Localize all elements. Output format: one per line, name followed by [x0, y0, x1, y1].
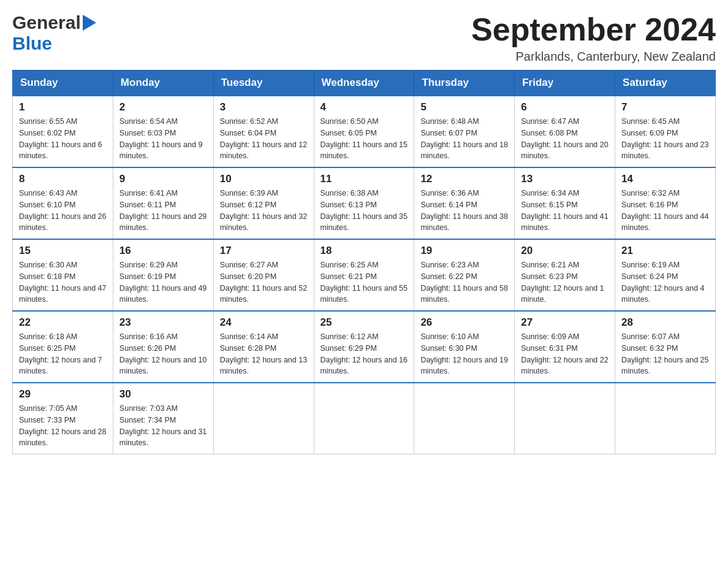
day-info: Sunrise: 6:09 AMSunset: 6:31 PMDaylight:… [521, 332, 608, 375]
weekday-header-friday: Friday [515, 71, 615, 96]
calendar-day-cell: 5 Sunrise: 6:48 AMSunset: 6:07 PMDayligh… [414, 96, 515, 167]
day-info: Sunrise: 6:25 AMSunset: 6:21 PMDaylight:… [320, 261, 408, 304]
calendar-day-cell: 27 Sunrise: 6:09 AMSunset: 6:31 PMDaylig… [515, 311, 615, 383]
weekday-header-monday: Monday [113, 71, 213, 96]
calendar-day-cell: 24 Sunrise: 6:14 AMSunset: 6:28 PMDaylig… [213, 311, 314, 383]
calendar-day-cell: 25 Sunrise: 6:12 AMSunset: 6:29 PMDaylig… [314, 311, 414, 383]
page-header: General Blue September 2024 Parklands, C… [12, 12, 716, 64]
day-number: 7 [621, 101, 709, 113]
calendar-day-cell: 30 Sunrise: 7:03 AMSunset: 7:34 PMDaylig… [113, 383, 213, 454]
day-number: 13 [521, 173, 609, 185]
weekday-header-wednesday: Wednesday [314, 71, 414, 96]
day-info: Sunrise: 6:27 AMSunset: 6:20 PMDaylight:… [220, 261, 307, 304]
day-number: 19 [420, 245, 508, 257]
calendar-day-cell: 12 Sunrise: 6:36 AMSunset: 6:14 PMDaylig… [414, 167, 515, 239]
calendar-day-cell: 28 Sunrise: 6:07 AMSunset: 6:32 PMDaylig… [615, 311, 716, 383]
day-number: 29 [19, 388, 107, 400]
day-number: 20 [521, 245, 609, 257]
calendar-empty-cell [314, 383, 414, 454]
calendar-week-row: 22 Sunrise: 6:18 AMSunset: 6:25 PMDaylig… [13, 311, 716, 383]
day-number: 23 [119, 316, 207, 329]
calendar-day-cell: 8 Sunrise: 6:43 AMSunset: 6:10 PMDayligh… [13, 167, 113, 239]
day-info: Sunrise: 6:54 AMSunset: 6:03 PMDaylight:… [119, 117, 203, 160]
day-number: 2 [119, 101, 207, 113]
day-number: 11 [320, 173, 408, 185]
day-info: Sunrise: 6:34 AMSunset: 6:15 PMDaylight:… [521, 189, 608, 232]
day-info: Sunrise: 6:32 AMSunset: 6:16 PMDaylight:… [621, 189, 708, 232]
day-info: Sunrise: 6:41 AMSunset: 6:11 PMDaylight:… [119, 189, 207, 232]
day-number: 24 [220, 316, 308, 329]
day-info: Sunrise: 6:14 AMSunset: 6:28 PMDaylight:… [220, 332, 307, 375]
calendar-day-cell: 21 Sunrise: 6:19 AMSunset: 6:24 PMDaylig… [615, 239, 716, 311]
day-info: Sunrise: 6:39 AMSunset: 6:12 PMDaylight:… [220, 189, 307, 232]
calendar-day-cell: 7 Sunrise: 6:45 AMSunset: 6:09 PMDayligh… [615, 96, 716, 167]
calendar-day-cell: 1 Sunrise: 6:55 AMSunset: 6:02 PMDayligh… [13, 96, 113, 167]
calendar-empty-cell [515, 383, 615, 454]
calendar-empty-cell [615, 383, 716, 454]
calendar-day-cell: 19 Sunrise: 6:23 AMSunset: 6:22 PMDaylig… [414, 239, 515, 311]
day-number: 14 [621, 173, 709, 185]
day-number: 17 [220, 245, 308, 257]
calendar-day-cell: 23 Sunrise: 6:16 AMSunset: 6:26 PMDaylig… [113, 311, 213, 383]
calendar-day-cell: 18 Sunrise: 6:25 AMSunset: 6:21 PMDaylig… [314, 239, 414, 311]
calendar-week-row: 8 Sunrise: 6:43 AMSunset: 6:10 PMDayligh… [13, 167, 716, 239]
day-number: 9 [119, 173, 207, 185]
calendar-day-cell: 20 Sunrise: 6:21 AMSunset: 6:23 PMDaylig… [515, 239, 615, 311]
day-number: 22 [19, 316, 107, 329]
weekday-header-thursday: Thursday [414, 71, 515, 96]
day-info: Sunrise: 6:36 AMSunset: 6:14 PMDaylight:… [420, 189, 507, 232]
month-title: September 2024 [471, 12, 716, 47]
calendar-day-cell: 2 Sunrise: 6:54 AMSunset: 6:03 PMDayligh… [113, 96, 213, 167]
day-number: 5 [420, 101, 508, 113]
day-info: Sunrise: 6:19 AMSunset: 6:24 PMDaylight:… [621, 261, 705, 304]
day-info: Sunrise: 6:23 AMSunset: 6:22 PMDaylight:… [420, 261, 507, 304]
calendar-week-row: 1 Sunrise: 6:55 AMSunset: 6:02 PMDayligh… [13, 96, 716, 167]
weekday-header-sunday: Sunday [13, 71, 113, 96]
logo-blue-text: Blue [12, 33, 52, 53]
day-number: 8 [19, 173, 107, 185]
day-info: Sunrise: 6:07 AMSunset: 6:32 PMDaylight:… [621, 332, 708, 375]
calendar-header-row: SundayMondayTuesdayWednesdayThursdayFrid… [13, 71, 716, 96]
day-number: 25 [320, 316, 408, 329]
day-number: 28 [621, 316, 709, 329]
header-right: September 2024 Parklands, Canterbury, Ne… [471, 12, 716, 64]
day-number: 21 [621, 245, 709, 257]
day-info: Sunrise: 6:29 AMSunset: 6:19 PMDaylight:… [119, 261, 207, 304]
calendar-day-cell: 9 Sunrise: 6:41 AMSunset: 6:11 PMDayligh… [113, 167, 213, 239]
day-info: Sunrise: 6:55 AMSunset: 6:02 PMDaylight:… [19, 117, 102, 160]
day-info: Sunrise: 6:43 AMSunset: 6:10 PMDaylight:… [19, 189, 106, 232]
day-info: Sunrise: 6:30 AMSunset: 6:18 PMDaylight:… [19, 261, 106, 304]
calendar-day-cell: 22 Sunrise: 6:18 AMSunset: 6:25 PMDaylig… [13, 311, 113, 383]
day-info: Sunrise: 6:48 AMSunset: 6:07 PMDaylight:… [420, 117, 507, 160]
day-number: 16 [119, 245, 207, 257]
weekday-header-tuesday: Tuesday [213, 71, 314, 96]
day-info: Sunrise: 6:12 AMSunset: 6:29 PMDaylight:… [320, 332, 408, 375]
day-info: Sunrise: 6:45 AMSunset: 6:09 PMDaylight:… [621, 117, 708, 160]
calendar-day-cell: 14 Sunrise: 6:32 AMSunset: 6:16 PMDaylig… [615, 167, 716, 239]
calendar-week-row: 15 Sunrise: 6:30 AMSunset: 6:18 PMDaylig… [13, 239, 716, 311]
day-number: 18 [320, 245, 408, 257]
day-number: 15 [19, 245, 107, 257]
logo-general-text: General [12, 12, 81, 33]
day-info: Sunrise: 6:52 AMSunset: 6:04 PMDaylight:… [220, 117, 307, 160]
day-number: 4 [320, 101, 408, 113]
day-info: Sunrise: 6:18 AMSunset: 6:25 PMDaylight:… [19, 332, 102, 375]
calendar-day-cell: 13 Sunrise: 6:34 AMSunset: 6:15 PMDaylig… [515, 167, 615, 239]
day-number: 30 [119, 388, 207, 400]
calendar-table: SundayMondayTuesdayWednesdayThursdayFrid… [12, 70, 716, 454]
calendar-day-cell: 15 Sunrise: 6:30 AMSunset: 6:18 PMDaylig… [13, 239, 113, 311]
day-number: 1 [19, 101, 107, 113]
logo-arrow-icon [83, 15, 96, 33]
svg-marker-0 [83, 15, 96, 31]
calendar-day-cell: 10 Sunrise: 6:39 AMSunset: 6:12 PMDaylig… [213, 167, 314, 239]
day-number: 3 [220, 101, 308, 113]
calendar-day-cell: 16 Sunrise: 6:29 AMSunset: 6:19 PMDaylig… [113, 239, 213, 311]
day-info: Sunrise: 7:03 AMSunset: 7:34 PMDaylight:… [119, 404, 207, 447]
day-info: Sunrise: 7:05 AMSunset: 7:33 PMDaylight:… [19, 404, 106, 447]
day-info: Sunrise: 6:50 AMSunset: 6:05 PMDaylight:… [320, 117, 408, 160]
day-number: 27 [521, 316, 609, 329]
calendar-day-cell: 17 Sunrise: 6:27 AMSunset: 6:20 PMDaylig… [213, 239, 314, 311]
calendar-day-cell: 4 Sunrise: 6:50 AMSunset: 6:05 PMDayligh… [314, 96, 414, 167]
calendar-day-cell: 11 Sunrise: 6:38 AMSunset: 6:13 PMDaylig… [314, 167, 414, 239]
day-info: Sunrise: 6:47 AMSunset: 6:08 PMDaylight:… [521, 117, 608, 160]
